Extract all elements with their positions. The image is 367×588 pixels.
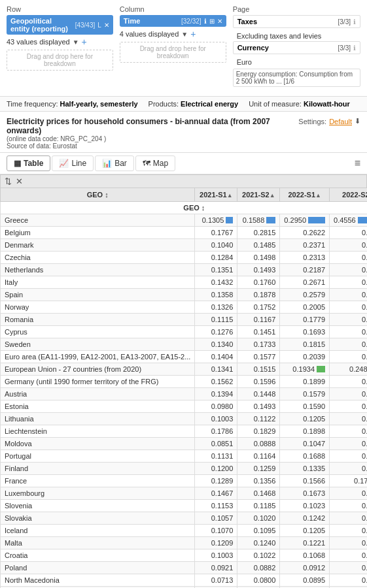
table-row: Belgium0.17670.28150.26220.3791: [1, 227, 368, 239]
map-tab-icon: 🗺: [143, 159, 150, 168]
value-cell-17-1: 0.1829: [237, 425, 280, 438]
value-cell-8-2: 0.1779: [280, 314, 330, 326]
energy-consumption-badge[interactable]: Energy consumption: Consumption from 2 5…: [233, 69, 360, 87]
page-item-info-icon: ℹ: [353, 44, 356, 52]
page-item-1[interactable]: Currency [3/3] ℹ: [233, 41, 360, 54]
chart-title-source: Source of data: Eurostat: [7, 142, 298, 150]
value-cell-29-3: 0.0981: [330, 574, 367, 587]
settings-label: Settings:: [298, 118, 326, 125]
value-cell-14-3: 0.2090: [330, 388, 367, 400]
table-row: Finland0.12000.12590.13350.1873: [1, 463, 368, 475]
country-name-cell: Portugal: [1, 450, 195, 463]
col-values-plus-icon[interactable]: +: [190, 29, 196, 39]
value-cell-24-3: 0.1315: [330, 512, 367, 525]
table-row: North Macedonia0.07130.08000.08950.0981: [1, 574, 368, 587]
col-pill-close-icon[interactable]: ✕: [217, 18, 222, 25]
value-cell-8-1: 0.1167: [237, 314, 280, 326]
table-tab-icon: ▦: [14, 159, 21, 168]
chart-title-sub: (online data code: NRG_PC_204 ): [7, 135, 298, 142]
line-tab-icon: 📈: [59, 159, 69, 168]
value-cell-17-2: 0.1898: [280, 425, 330, 438]
value-cell-2-3: 0.3636: [330, 239, 367, 252]
value-cell-19-1: 0.1164: [237, 450, 280, 463]
cell-value: 0.1588: [243, 216, 265, 224]
cell-value: 0.1723: [354, 477, 367, 485]
value-cell-12-1: 0.1515: [237, 363, 280, 376]
value-cell-29-1: 0.0800: [237, 574, 280, 587]
th-2021-S1[interactable]: 2021-S1▲: [195, 188, 237, 202]
table-row: Czechia0.12840.14980.23130.3605: [1, 252, 368, 264]
tab-map[interactable]: 🗺Map: [135, 155, 175, 171]
page-filter-col: Page Taxes [3/3] ℹ Excluding taxes and l…: [233, 5, 360, 87]
value-cell-18-2: 0.1047: [280, 438, 330, 450]
table-row: Germany (until 1990 former territory of …: [1, 376, 368, 388]
page-item-0[interactable]: Taxes [3/3] ℹ: [233, 15, 360, 28]
country-name-cell: Germany (until 1990 former territory of …: [1, 376, 195, 388]
table-row: Greece0.13050.15880.29500.4556: [1, 214, 368, 227]
value-cell-6-1: 0.1878: [237, 289, 280, 301]
country-name-cell: Italy: [1, 276, 195, 289]
row-values-plus-icon[interactable]: +: [82, 37, 87, 47]
value-cell-23-2: 0.1023: [280, 500, 330, 512]
filter-icon[interactable]: ≡: [355, 157, 360, 169]
col-filter-col: Column Time [32/32] ℹ ⊞ ✕ 4 values displ…: [120, 5, 226, 87]
row-filter-col: Row Geopolitical entity (reporting) [43/…: [7, 5, 113, 87]
tabs-container: ▦Table📈Line📊Bar🗺Map: [7, 155, 353, 171]
table-row: Lithuania0.10030.11220.12050.2087: [1, 413, 368, 425]
country-name-cell: Greece: [1, 214, 195, 227]
value-cell-15-0: 0.0980: [195, 400, 237, 413]
products: Products: Electrical energy: [149, 100, 239, 108]
value-cell-24-1: 0.1020: [237, 512, 280, 525]
value-cell-5-2: 0.2671: [280, 276, 330, 289]
row-pill-close-icon[interactable]: ✕: [104, 22, 109, 29]
th-2022-S1[interactable]: 2022-S1▲: [280, 188, 330, 202]
value-cell-10-2: 0.1815: [280, 338, 330, 351]
geo-subheader: GEO ↕: [1, 202, 368, 214]
tab-bar[interactable]: 📊Bar: [95, 155, 134, 171]
th-geo[interactable]: GEO ↕: [1, 188, 195, 202]
table-row: Sweden0.13400.17330.18150.2489: [1, 338, 368, 351]
col-pill-grid-icon[interactable]: ⊞: [209, 18, 215, 25]
col-drop-zone: Drag and drop here for breakdown: [120, 42, 226, 63]
value-cell-19-3: 0.1972: [330, 450, 367, 463]
value-cell-17-3: 0.1999: [330, 425, 367, 438]
col-pill[interactable]: Time [32/32] ℹ ⊞ ✕: [120, 15, 226, 27]
table-row: Liechtenstein0.17860.18290.18980.1999: [1, 425, 368, 438]
cell-value: 0.1934: [292, 365, 315, 373]
col-pill-info-icon[interactable]: ℹ: [204, 18, 207, 25]
tab-line[interactable]: 📈Line: [52, 155, 94, 171]
col-values-row: 4 values displayed ▼ +: [120, 29, 226, 39]
tab-table[interactable]: ▦Table: [7, 155, 50, 171]
th-2021-S2[interactable]: 2021-S2▲: [237, 188, 280, 202]
value-cell-14-1: 0.1448: [237, 388, 280, 400]
value-cell-23-0: 0.1153: [195, 500, 237, 512]
value-cell-24-2: 0.1242: [280, 512, 330, 525]
value-cell-9-1: 0.1451: [237, 326, 280, 338]
th-2022-S2[interactable]: 2022-S2▼: [330, 188, 367, 202]
value-cell-3-0: 0.1284: [195, 252, 237, 264]
value-cell-15-1: 0.1493: [237, 400, 280, 413]
value-cell-7-0: 0.1326: [195, 301, 237, 314]
table-row: Spain0.13580.18780.25790.2966: [1, 289, 368, 301]
bar-inline: [358, 217, 367, 223]
row-pill[interactable]: Geopolitical entity (reporting) [43/43] …: [7, 15, 113, 35]
value-cell-29-0: 0.0713: [195, 574, 237, 587]
country-name-cell: European Union - 27 countries (from 2020…: [1, 363, 195, 376]
settings-download-icon[interactable]: ⬇: [355, 117, 360, 125]
row-drop-zone: Drag and drop here for breakdown: [7, 50, 113, 71]
table-body: GEO ↕Greece0.13050.15880.29500.4556Belgi…: [1, 202, 368, 589]
value-cell-21-2: 0.1566: [280, 475, 330, 487]
country-name-cell: Croatia: [1, 549, 195, 562]
value-cell-9-0: 0.1276: [195, 326, 237, 338]
value-cell-27-0: 0.1003: [195, 549, 237, 562]
settings-default[interactable]: Default: [329, 118, 352, 125]
value-cell-2-0: 0.1040: [195, 239, 237, 252]
sort-icon[interactable]: ⇅: [5, 176, 12, 186]
value-cell-16-1: 0.1122: [237, 413, 280, 425]
filter-area: Row Geopolitical entity (reporting) [43/…: [0, 0, 367, 97]
country-name-cell: Estonia: [1, 400, 195, 413]
value-cell-10-3: 0.2489: [330, 338, 367, 351]
col-values-arrow-icon[interactable]: ▼: [181, 31, 188, 38]
row-values-arrow-icon[interactable]: ▼: [73, 39, 79, 46]
close-icon[interactable]: ✕: [16, 176, 23, 186]
